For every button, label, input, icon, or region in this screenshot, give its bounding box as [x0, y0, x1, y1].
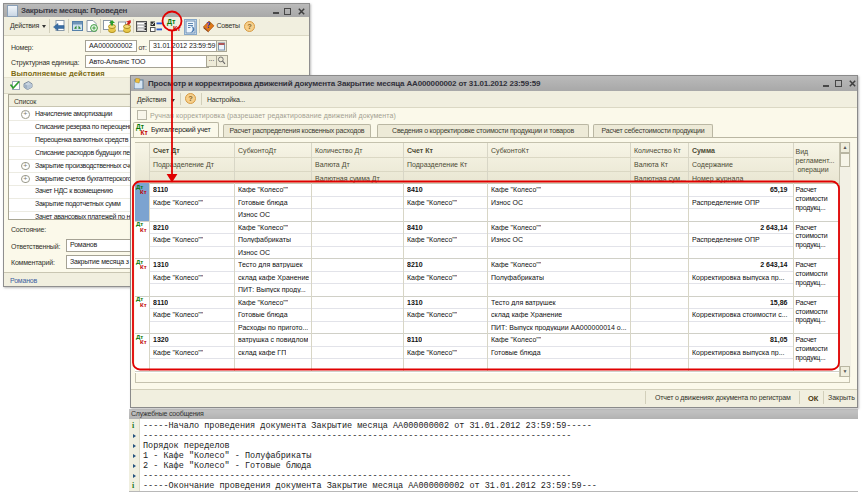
svg-text:?: ? [247, 22, 252, 31]
svg-text:?: ? [206, 20, 210, 30]
svg-text:?: ? [188, 94, 193, 103]
